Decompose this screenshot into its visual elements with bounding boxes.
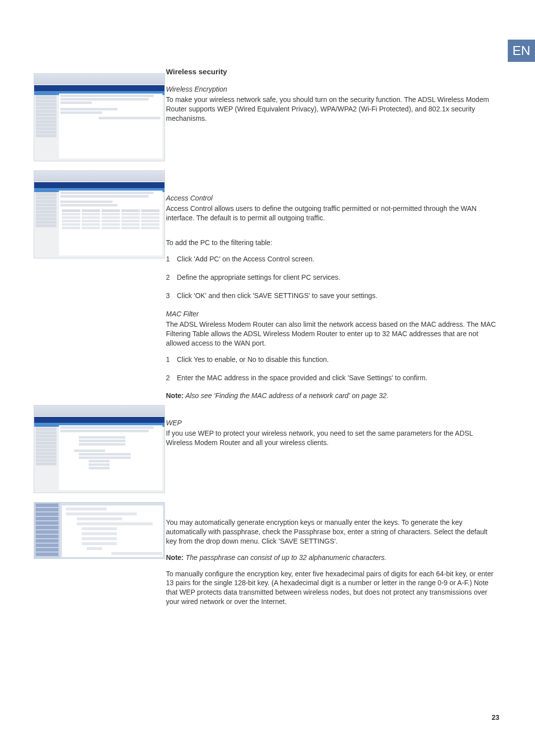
step-line: 1 Click 'Add PC' on the Access Control s… xyxy=(166,254,498,264)
step-line: 2 Define the appropriate settings for cl… xyxy=(166,273,498,282)
text-access-control-intro: Access Control allows users to define th… xyxy=(166,204,498,223)
text-wep-body1: You may automatically generate encryptio… xyxy=(166,518,498,546)
figure-access-control xyxy=(34,170,165,258)
heading-mac-filter: MAC Filter xyxy=(166,309,498,319)
text-wep-intro: If you use WEP to protect your wireless … xyxy=(166,429,498,448)
step-line: 1 Click Yes to enable, or No to disable … xyxy=(166,355,498,364)
step-text: Click 'OK' and then click 'SAVE SETTINGS… xyxy=(177,291,377,301)
section-title: Wireless security xyxy=(166,67,498,77)
note-body: The passphrase can consist of up to 32 a… xyxy=(184,554,386,561)
step-text: Click 'Add PC' on the Access Control scr… xyxy=(177,254,315,264)
note-label: Note: xyxy=(166,392,184,400)
step-number: 2 xyxy=(166,373,177,383)
figure-wep-keys xyxy=(34,502,165,559)
page-number: 23 xyxy=(491,713,499,721)
step-number: 2 xyxy=(166,273,177,282)
heading-wireless-encryption: Wireless Encryption xyxy=(166,85,498,94)
step-text: Enter the MAC address in the space provi… xyxy=(177,373,428,383)
figure-wep-settings xyxy=(34,405,165,493)
step-number: 1 xyxy=(166,254,177,264)
text-wireless-encryption: To make your wireless network safe, you … xyxy=(166,95,498,123)
step-text: Click Yes to enable, or No to disable th… xyxy=(177,355,329,364)
note-wep: Note: The passphrase can consist of up t… xyxy=(166,553,498,562)
text-mac-filter: The ADSL Wireless Modem Router can also … xyxy=(166,320,498,348)
text-access-control-leadin: To add the PC to the filtering table: xyxy=(166,238,498,248)
step-text: Define the appropriate settings for clie… xyxy=(177,273,340,282)
heading-wep: WEP xyxy=(166,418,498,428)
step-number: 3 xyxy=(166,291,177,301)
step-line: 3 Click 'OK' and then click 'SAVE SETTIN… xyxy=(166,291,498,301)
language-tab: EN xyxy=(508,40,535,62)
note-body: Also see 'Finding the MAC address of a n… xyxy=(184,392,388,400)
note-mac-filter: Note: Also see 'Finding the MAC address … xyxy=(166,391,498,401)
note-label: Note: xyxy=(166,554,184,561)
heading-access-control: Access Control xyxy=(166,194,498,203)
figure-wireless-encryption xyxy=(34,73,165,161)
text-wep-body2: To manually configure the encryption key… xyxy=(166,569,498,607)
step-number: 1 xyxy=(166,355,177,364)
step-line: 2 Enter the MAC address in the space pro… xyxy=(166,373,498,383)
